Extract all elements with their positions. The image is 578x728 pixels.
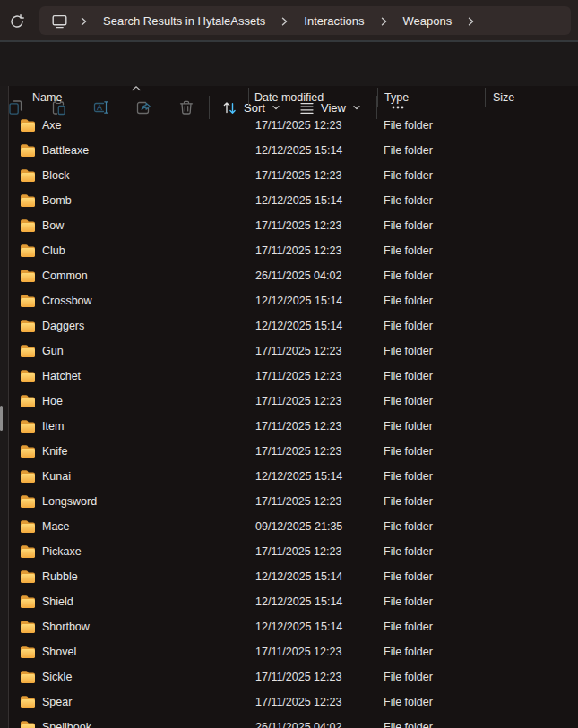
folder-icon xyxy=(20,494,36,509)
table-row[interactable]: Bomb 12/12/2025 15:14 File folder xyxy=(9,188,578,213)
file-date-modified: 26/11/2025 04:02 xyxy=(248,270,377,282)
breadcrumb-item-search-results[interactable]: Search Results in HytaleAssets xyxy=(99,13,269,30)
folder-icon xyxy=(20,469,36,484)
file-name: Hoe xyxy=(42,395,63,407)
table-row[interactable]: Common 26/11/2025 04:02 File folder xyxy=(9,263,578,288)
table-row[interactable]: Gun 17/11/2025 12:23 File folder xyxy=(9,338,578,364)
folder-icon xyxy=(20,269,36,283)
table-row[interactable]: Battleaxe 12/12/2025 15:14 File folder xyxy=(9,138,578,163)
file-type: File folder xyxy=(377,570,485,583)
folder-icon xyxy=(20,369,36,383)
chevron-up-icon xyxy=(131,85,142,92)
folder-icon xyxy=(20,118,36,133)
file-name: Pickaxe xyxy=(42,545,82,558)
folder-icon xyxy=(20,620,36,634)
table-row[interactable]: Spellbook 26/11/2025 04:02 File folder xyxy=(9,715,578,728)
table-row[interactable]: Shield 12/12/2025 15:14 File folder xyxy=(9,589,578,614)
table-row[interactable]: Pickaxe 17/11/2025 12:23 File folder xyxy=(9,539,578,564)
folder-icon xyxy=(20,695,36,709)
file-date-modified: 12/12/2025 15:14 xyxy=(248,295,377,307)
monitor-icon[interactable] xyxy=(51,13,68,30)
chevron-right-icon[interactable] xyxy=(280,15,289,28)
table-row[interactable]: Rubble 12/12/2025 15:14 File folder xyxy=(9,564,578,589)
left-scrollbar-thumb[interactable] xyxy=(0,406,3,431)
file-date-modified: 17/11/2025 12:23 xyxy=(248,445,377,458)
file-name: Spellbook xyxy=(42,721,91,728)
file-date-modified: 17/11/2025 12:23 xyxy=(248,420,377,433)
folder-icon xyxy=(20,244,36,258)
file-date-modified: 17/11/2025 12:23 xyxy=(248,345,377,357)
table-row[interactable]: Mace 09/12/2025 21:35 File folder xyxy=(9,514,578,539)
title-bar: Search Results in HytaleAssets Interacti… xyxy=(0,0,578,42)
file-type: File folder xyxy=(377,621,485,633)
file-date-modified: 26/11/2025 04:02 xyxy=(248,721,377,728)
folder-icon xyxy=(20,294,36,308)
file-date-modified: 17/11/2025 12:23 xyxy=(248,696,377,708)
table-row[interactable]: Daggers 12/12/2025 15:14 File folder xyxy=(9,313,578,338)
file-date-modified: 17/11/2025 12:23 xyxy=(248,545,377,558)
chevron-right-icon[interactable] xyxy=(467,15,475,28)
table-row[interactable]: Crossbow 12/12/2025 15:14 File folder xyxy=(9,288,578,313)
table-row[interactable]: Club 17/11/2025 12:23 File folder xyxy=(9,238,578,263)
folder-icon xyxy=(20,344,36,358)
file-list: Axe 17/11/2025 12:23 File folder Battlea… xyxy=(9,109,578,728)
folder-icon xyxy=(20,645,36,659)
table-row[interactable]: Sickle 17/11/2025 12:23 File folder xyxy=(9,664,578,689)
file-name: Shovel xyxy=(42,646,76,658)
file-date-modified: 12/12/2025 15:14 xyxy=(248,144,377,157)
address-bar[interactable]: Search Results in HytaleAssets Interacti… xyxy=(39,6,571,35)
file-name: Spear xyxy=(42,696,72,708)
file-type: File folder xyxy=(377,646,485,658)
table-row[interactable]: Shovel 17/11/2025 12:23 File folder xyxy=(9,639,578,664)
table-row[interactable]: Longsword 17/11/2025 12:23 File folder xyxy=(9,489,578,514)
file-date-modified: 17/11/2025 12:23 xyxy=(248,671,377,683)
file-name: Kunai xyxy=(42,470,71,483)
file-name: Hatchet xyxy=(42,370,81,382)
file-type: File folder xyxy=(377,470,485,483)
file-name: Item xyxy=(42,420,64,433)
column-header-name[interactable]: Name xyxy=(9,88,248,107)
table-row[interactable]: Bow 17/11/2025 12:23 File folder xyxy=(9,213,578,238)
table-row[interactable]: Block 17/11/2025 12:23 File folder xyxy=(9,163,578,188)
file-date-modified: 17/11/2025 12:23 xyxy=(248,395,377,407)
file-name: Shortbow xyxy=(42,621,90,633)
table-row[interactable]: Knife 17/11/2025 12:23 File folder xyxy=(9,439,578,464)
file-date-modified: 17/11/2025 12:23 xyxy=(248,169,377,182)
file-type: File folder xyxy=(377,595,485,608)
file-type: File folder xyxy=(377,219,485,232)
file-name: Sickle xyxy=(42,671,72,683)
file-date-modified: 12/12/2025 15:14 xyxy=(248,470,377,483)
file-type: File folder xyxy=(377,144,485,157)
command-bar: A Sort xyxy=(0,42,578,86)
folder-icon xyxy=(20,444,36,458)
file-name: Bow xyxy=(42,219,64,232)
file-type: File folder xyxy=(377,721,485,728)
file-date-modified: 17/11/2025 12:23 xyxy=(248,370,377,382)
file-name: Gun xyxy=(42,345,64,357)
table-row[interactable]: Axe 17/11/2025 12:23 File folder xyxy=(9,113,578,138)
file-type: File folder xyxy=(377,320,485,332)
table-row[interactable]: Shortbow 12/12/2025 15:14 File folder xyxy=(9,614,578,639)
table-row[interactable]: Spear 17/11/2025 12:23 File folder xyxy=(9,689,578,715)
column-header-row: Name Date modified Type Size xyxy=(9,86,556,109)
column-header-date-modified[interactable]: Date modified xyxy=(248,88,377,107)
breadcrumb-item-interactions[interactable]: Interactions xyxy=(300,13,367,30)
folder-icon xyxy=(20,168,36,183)
folder-icon xyxy=(20,419,36,433)
table-row[interactable]: Item 17/11/2025 12:23 File folder xyxy=(9,414,578,439)
table-row[interactable]: Kunai 12/12/2025 15:14 File folder xyxy=(9,464,578,489)
file-date-modified: 12/12/2025 15:14 xyxy=(248,320,377,332)
file-type: File folder xyxy=(377,194,485,207)
table-row[interactable]: Hatchet 17/11/2025 12:23 File folder xyxy=(9,364,578,389)
breadcrumb-item-weapons[interactable]: Weapons xyxy=(400,13,456,30)
refresh-button[interactable] xyxy=(7,12,27,31)
file-date-modified: 17/11/2025 12:23 xyxy=(248,219,377,232)
folder-icon xyxy=(20,193,36,208)
folder-icon xyxy=(20,720,36,728)
column-header-size[interactable]: Size xyxy=(485,88,556,107)
file-type: File folder xyxy=(377,545,485,558)
column-header-type[interactable]: Type xyxy=(377,88,485,107)
chevron-right-icon[interactable] xyxy=(80,15,88,28)
chevron-right-icon[interactable] xyxy=(380,15,388,28)
table-row[interactable]: Hoe 17/11/2025 12:23 File folder xyxy=(9,389,578,414)
